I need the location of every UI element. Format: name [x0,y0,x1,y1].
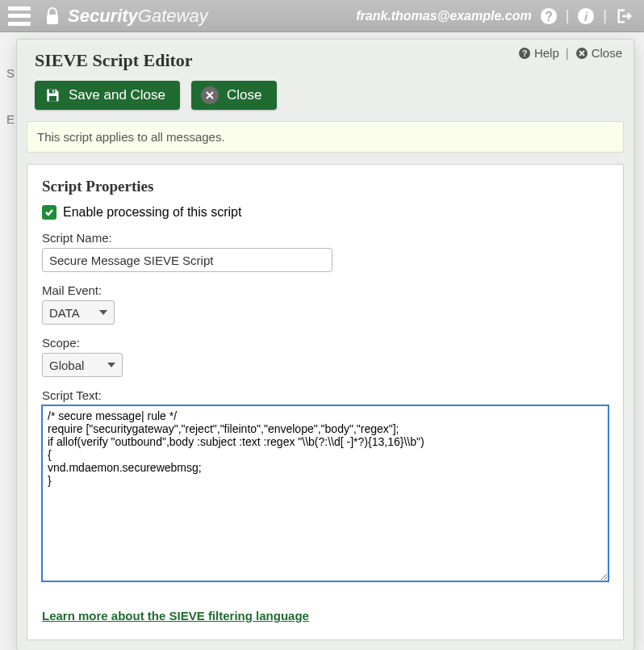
save-icon [44,87,61,103]
svg-rect-8 [49,90,56,94]
script-name-label: Script Name: [42,231,608,245]
check-icon [44,208,54,217]
mail-event-select[interactable]: DATA [42,300,115,325]
separator: | [603,7,607,24]
sieve-editor-modal: ? Help | Close SIEVE Script Editor Save … [16,39,634,650]
scope-label: Scope: [42,336,608,350]
save-and-close-button[interactable]: Save and Close [35,81,180,110]
close-circle-icon [575,47,588,60]
menu-icon[interactable] [8,6,31,26]
separator: | [566,7,570,24]
brand: SecurityGateway [42,5,208,27]
enable-script-row[interactable]: Enable processing of this script [42,205,608,220]
info-banner: This script applies to all messages. [27,121,624,153]
enable-checkbox[interactable] [42,205,56,220]
top-right: frank.thomas@example.com ? | i | [356,7,633,25]
panel-heading: Script Properties [42,178,608,195]
modal-help-label: Help [534,46,559,60]
script-text-label: Script Text: [42,388,608,402]
brand-light: Gateway [138,6,208,27]
svg-text:?: ? [545,9,553,23]
help-circle-icon: ? [518,47,531,60]
logout-icon[interactable] [615,7,633,25]
svg-rect-0 [47,15,58,24]
modal-help-link[interactable]: ? Help [518,46,559,60]
enable-label: Enable processing of this script [63,205,241,220]
top-bar: SecurityGateway frank.thomas@example.com… [0,0,644,32]
info-icon[interactable]: i [577,7,595,25]
svg-rect-9 [49,96,56,102]
svg-text:?: ? [522,48,528,58]
modal-toolbar: Save and Close Close [17,76,634,121]
modal-close-label: Close [592,46,622,60]
cancel-button[interactable]: Close [191,81,276,110]
background-hints: S E [6,66,15,158]
modal-close-link[interactable]: Close [575,46,622,60]
brand-bold: Security [68,6,138,27]
script-name-input[interactable] [42,248,332,272]
shield-lock-icon [42,5,63,27]
script-text-textarea[interactable] [42,405,608,581]
separator: | [566,46,569,60]
scope-select[interactable]: Global [42,353,123,377]
mail-event-label: Mail Event: [42,283,608,297]
close-icon [201,86,219,104]
svg-rect-10 [52,90,54,92]
help-icon[interactable]: ? [540,7,558,25]
cancel-label: Close [227,87,261,103]
learn-more-link[interactable]: Learn more about the SIEVE filtering lan… [42,609,309,623]
script-properties-panel: Script Properties Enable processing of t… [27,164,624,640]
save-and-close-label: Save and Close [69,87,165,103]
user-email: frank.thomas@example.com [356,9,531,23]
